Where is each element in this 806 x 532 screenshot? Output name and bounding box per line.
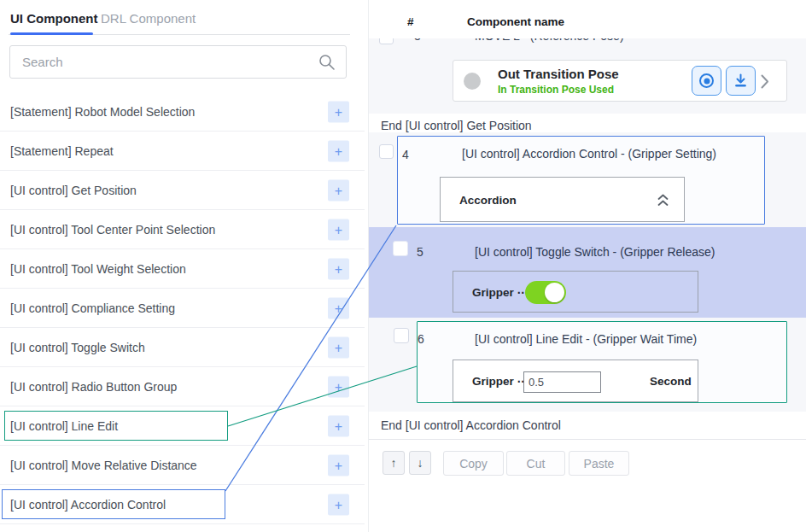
row-number: 6 bbox=[418, 332, 424, 346]
list-item-label: [UI control] Get Position bbox=[10, 184, 137, 197]
record-icon bbox=[699, 73, 714, 88]
record-pose-button[interactable] bbox=[692, 66, 721, 96]
list-item-move-relative-distance[interactable]: [UI control] Move Relative Distance + bbox=[0, 446, 365, 485]
lightbulb-icon bbox=[454, 243, 465, 257]
list-item-label: [UI control] Tool Weight Selection bbox=[10, 262, 186, 276]
list-item-tool-center-point[interactable]: [UI control] Tool Center Point Selection… bbox=[0, 210, 365, 249]
add-component-button[interactable]: + bbox=[328, 140, 349, 161]
list-item-label: [UI control] Line Edit bbox=[10, 419, 118, 433]
list-item-label: [Statement] Repeat bbox=[10, 144, 114, 158]
accordion-header-control[interactable]: Accordion bbox=[440, 177, 685, 222]
search-input[interactable] bbox=[22, 46, 312, 78]
row-checkbox[interactable] bbox=[379, 38, 394, 44]
row-title: [UI control] Toggle Switch - (Gripper Re… bbox=[475, 245, 715, 259]
end-accordion-label: End [UI control] Accordion Control bbox=[381, 418, 561, 432]
list-item-label: [UI control] Move Relative Distance bbox=[10, 459, 197, 472]
active-tab-underline bbox=[10, 32, 93, 35]
list-item-compliance-setting[interactable]: [UI control] Compliance Setting + bbox=[0, 289, 365, 328]
tab-ui-component[interactable]: UI Component bbox=[10, 11, 98, 26]
list-item-robot-model-selection[interactable]: [Statement] Robot Model Selection + bbox=[0, 92, 365, 132]
list-item-line-edit[interactable]: [UI control] Line Edit + bbox=[0, 406, 365, 446]
accordion-label: Accordion bbox=[459, 193, 517, 206]
gripper-wait-time-input[interactable] bbox=[523, 371, 601, 393]
lightbulb-icon bbox=[441, 145, 453, 160]
collapse-double-chevron-icon[interactable] bbox=[657, 194, 669, 210]
column-header-number: # bbox=[407, 15, 414, 28]
row-checkbox[interactable] bbox=[393, 241, 408, 256]
list-item-label: [UI control] Compliance Setting bbox=[10, 301, 175, 315]
list-item-label: [UI control] Radio Button Group bbox=[10, 380, 177, 394]
list-item-label: [Statement] Robot Model Selection bbox=[10, 105, 195, 119]
row-number: 4 bbox=[402, 148, 409, 161]
row-number: 3 bbox=[414, 38, 421, 43]
list-item-get-position[interactable]: [UI control] Get Position + bbox=[0, 171, 365, 210]
row-title: [UI control] Accordion Control - (Grippe… bbox=[462, 147, 716, 161]
row-checkbox[interactable] bbox=[394, 328, 409, 343]
card-title: Out Transition Pose bbox=[498, 67, 619, 81]
column-header-component-name: Component name bbox=[467, 15, 564, 28]
expand-card-chevron-icon[interactable] bbox=[761, 74, 769, 92]
add-component-button[interactable]: + bbox=[328, 101, 349, 122]
add-component-button[interactable]: + bbox=[328, 258, 349, 279]
apply-pose-button[interactable] bbox=[726, 66, 756, 96]
add-component-button[interactable]: + bbox=[328, 376, 349, 397]
copy-button[interactable]: Copy bbox=[443, 451, 504, 476]
add-component-button[interactable]: + bbox=[328, 219, 349, 240]
list-item-label: [UI control] Toggle Switch bbox=[10, 341, 145, 354]
pose-status-dot-icon bbox=[464, 73, 481, 90]
gripper-release-toggle[interactable] bbox=[525, 281, 566, 304]
component-editor-window: UI Component DRL Component [Statement] R… bbox=[0, 0, 806, 532]
list-item-accordion-control[interactable]: [UI control] Accordion Control + bbox=[0, 485, 365, 524]
add-component-button[interactable]: + bbox=[328, 454, 349, 476]
list-item-tool-weight[interactable]: [UI control] Tool Weight Selection + bbox=[0, 249, 365, 289]
toolbar-divider bbox=[369, 439, 806, 440]
unit-label: Second bbox=[650, 375, 692, 388]
lightbulb-icon bbox=[455, 330, 466, 344]
search-box bbox=[9, 45, 347, 79]
add-component-button[interactable]: + bbox=[328, 179, 349, 201]
row-title: MOVE L - (Reference Pose) bbox=[475, 38, 624, 43]
toggle-label: Gripper ⋯ bbox=[472, 285, 529, 299]
add-component-button[interactable]: + bbox=[328, 494, 349, 515]
row-title: [UI control] Line Edit - (Gripper Wait T… bbox=[475, 332, 697, 346]
card-subtitle: In Transition Pose Used bbox=[498, 84, 614, 96]
list-item-toggle-switch[interactable]: [UI control] Toggle Switch + bbox=[0, 328, 365, 367]
move-up-button[interactable]: ↑ bbox=[383, 451, 405, 475]
out-transition-pose-card[interactable]: Out Transition Pose In Transition Pose U… bbox=[453, 60, 787, 102]
program-row-move-l[interactable]: 3 MOVE L - (Reference Pose) Out Transiti… bbox=[369, 38, 806, 114]
add-component-button[interactable]: + bbox=[328, 297, 349, 319]
download-icon bbox=[733, 73, 748, 88]
component-library-panel: UI Component DRL Component [Statement] R… bbox=[0, 0, 367, 532]
row-number: 5 bbox=[417, 245, 423, 259]
row-checkbox[interactable] bbox=[379, 144, 394, 159]
move-down-button[interactable]: ↓ bbox=[409, 451, 431, 475]
cut-button[interactable]: Cut bbox=[506, 451, 565, 476]
toggle-switch-control: Gripper ⋯ bbox=[453, 271, 698, 313]
search-icon bbox=[318, 54, 336, 74]
list-item-label: [UI control] Accordion Control bbox=[10, 498, 166, 512]
add-component-button[interactable]: + bbox=[328, 415, 349, 436]
paste-button[interactable]: Paste bbox=[569, 451, 629, 476]
end-get-position-label: End [UI control] Get Position bbox=[381, 119, 532, 132]
list-item-label: [UI control] Tool Center Point Selection bbox=[10, 223, 215, 237]
lightbulb-icon bbox=[451, 38, 462, 44]
tab-drl-component[interactable]: DRL Component bbox=[101, 11, 196, 26]
add-component-button[interactable]: + bbox=[328, 336, 349, 358]
list-item-radio-button-group[interactable]: [UI control] Radio Button Group + bbox=[0, 367, 365, 406]
toggle-knob bbox=[545, 283, 564, 302]
list-item-repeat[interactable]: [Statement] Repeat + bbox=[0, 132, 365, 171]
line-edit-control: Gripper ⋯ Second bbox=[453, 360, 698, 402]
line-edit-label: Gripper ⋯ bbox=[472, 374, 529, 388]
